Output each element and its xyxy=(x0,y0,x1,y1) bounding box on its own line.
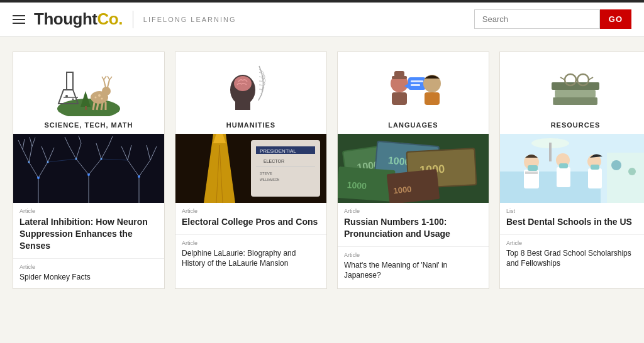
article-content-nani[interactable]: Article What's the Meaning of 'Nani' in … xyxy=(338,247,489,286)
svg-line-16 xyxy=(108,76,109,80)
article-type-dental: List xyxy=(506,208,644,214)
svg-point-126 xyxy=(611,160,621,170)
article-type-nani: Article xyxy=(344,252,482,258)
svg-rect-85 xyxy=(425,92,440,105)
article-type-gradschool: Article xyxy=(506,240,644,246)
category-card-science: Science, Tech, Math xyxy=(13,52,165,289)
svg-line-9 xyxy=(97,103,98,110)
svg-point-53 xyxy=(87,173,90,176)
science-icon xyxy=(54,60,123,116)
article-title-lateral: Lateral Inhibition: How Neuron Suppressi… xyxy=(19,216,158,252)
search-input[interactable] xyxy=(474,9,600,29)
article-type-1: Article xyxy=(19,208,158,214)
category-title-humanities: Humanities xyxy=(226,121,275,129)
category-grid: Science, Tech, Math xyxy=(13,52,631,289)
svg-rect-124 xyxy=(591,165,599,170)
svg-rect-101 xyxy=(555,90,596,97)
article-type-2: Article xyxy=(19,264,158,270)
article-type-electoral: Article xyxy=(182,208,320,214)
article-image-russian[interactable]: 1000 1000 1000 1000 1000 xyxy=(338,134,489,203)
svg-rect-62 xyxy=(235,101,250,110)
svg-rect-82 xyxy=(411,80,423,82)
svg-rect-73 xyxy=(256,166,315,167)
article-image-dental[interactable] xyxy=(500,134,644,203)
svg-line-17 xyxy=(109,77,112,80)
category-title-resources: Resources xyxy=(551,121,601,129)
svg-point-7 xyxy=(102,87,111,95)
svg-line-8 xyxy=(93,102,94,110)
search-button[interactable]: GO xyxy=(600,9,631,29)
svg-point-54 xyxy=(138,175,140,178)
article-content-electoral[interactable]: Article Electoral College Pros and Cons xyxy=(175,203,326,235)
humanities-icon xyxy=(216,60,286,116)
article-image-neurons[interactable] xyxy=(13,134,164,203)
svg-point-127 xyxy=(628,168,636,175)
svg-rect-83 xyxy=(411,84,420,86)
svg-text:1000: 1000 xyxy=(347,180,367,191)
article-content-lateral[interactable]: Article Lateral Inhibition: How Neuron S… xyxy=(13,203,164,259)
category-title-languages: Languages xyxy=(388,121,438,129)
article-type-lalaurie: Article xyxy=(182,240,320,246)
svg-rect-80 xyxy=(408,77,426,90)
category-card-resources: Resources xyxy=(499,52,644,289)
article-title-gradschool: Top 8 Best Grad School Scholarships and … xyxy=(506,248,644,268)
svg-point-52 xyxy=(37,177,40,179)
svg-rect-79 xyxy=(392,92,407,105)
resources-icon xyxy=(538,60,613,116)
article-title-spider: Spider Monkey Facts xyxy=(19,272,158,282)
article-title-nani: What's the Meaning of 'Nani' in Japanese… xyxy=(344,260,482,280)
article-title-russian: Russian Numbers 1-100: Pronunciation and… xyxy=(344,216,482,240)
main-content: Science, Tech, Math xyxy=(0,36,644,302)
svg-text:ELECTOR: ELECTOR xyxy=(264,159,284,163)
article-title-dental: Best Dental Schools in the US xyxy=(506,216,644,228)
article-type-russian: Article xyxy=(344,208,482,214)
svg-line-10 xyxy=(101,103,103,110)
category-title-science: Science, Tech, Math xyxy=(44,121,133,129)
svg-rect-122 xyxy=(528,165,538,171)
svg-point-4 xyxy=(65,95,68,97)
article-content-gradschool[interactable]: Article Top 8 Best Grad School Scholarsh… xyxy=(500,235,644,275)
search-area: GO xyxy=(474,9,631,29)
svg-rect-125 xyxy=(607,153,644,203)
article-title-lalaurie: Delphine LaLaurie: Biography and History… xyxy=(182,248,320,268)
category-header-resources: Resources xyxy=(500,52,644,134)
category-card-languages: Languages 1000 1000 1000 10 xyxy=(337,52,489,289)
svg-rect-121 xyxy=(588,168,602,188)
svg-rect-100 xyxy=(553,97,597,105)
category-header-languages: Languages xyxy=(338,52,489,134)
site-logo[interactable]: ThoughtCo. xyxy=(34,9,123,29)
svg-text:WILLIAMSON: WILLIAMSON xyxy=(260,178,280,182)
languages-icon xyxy=(375,60,451,116)
header-divider xyxy=(133,11,133,28)
hamburger-menu[interactable] xyxy=(13,15,25,24)
site-header: ThoughtCo. Lifelong Learning GO xyxy=(0,0,644,36)
svg-point-19 xyxy=(101,98,103,100)
svg-line-13 xyxy=(102,77,104,80)
article-content-spider[interactable]: Article Spider Monkey Facts xyxy=(13,259,164,288)
category-header-humanities: Humanities xyxy=(175,52,326,134)
site-tagline: Lifelong Learning xyxy=(143,16,236,23)
svg-rect-117 xyxy=(525,172,538,174)
svg-line-15 xyxy=(108,80,109,87)
svg-rect-22 xyxy=(85,106,87,110)
svg-line-14 xyxy=(104,76,106,80)
category-card-humanities: Humanities PRESIDENTIAL ELECTOR STEVE xyxy=(175,52,327,289)
svg-point-5 xyxy=(72,99,74,101)
svg-rect-78 xyxy=(394,71,404,77)
category-header-science: Science, Tech, Math xyxy=(13,52,164,134)
article-title-electoral: Electoral College Pros and Cons xyxy=(182,216,320,228)
svg-rect-112 xyxy=(500,172,601,203)
svg-point-55 xyxy=(28,161,30,163)
svg-rect-114 xyxy=(549,143,552,161)
svg-rect-119 xyxy=(557,167,570,187)
logo-co: Co. xyxy=(97,9,122,28)
article-content-dental[interactable]: List Best Dental Schools in the US xyxy=(500,203,644,235)
article-content-russian[interactable]: Article Russian Numbers 1-100: Pronuncia… xyxy=(338,203,489,247)
svg-point-20 xyxy=(95,97,97,99)
article-content-lalaurie[interactable]: Article Delphine LaLaurie: Biography and… xyxy=(175,235,326,275)
svg-point-18 xyxy=(98,94,101,97)
svg-rect-1 xyxy=(67,72,73,90)
svg-text:STEVE: STEVE xyxy=(260,172,272,175)
article-image-electoral[interactable]: PRESIDENTIAL ELECTOR STEVE WILLIAMSON xyxy=(175,134,326,203)
svg-text:1000: 1000 xyxy=(393,184,412,195)
